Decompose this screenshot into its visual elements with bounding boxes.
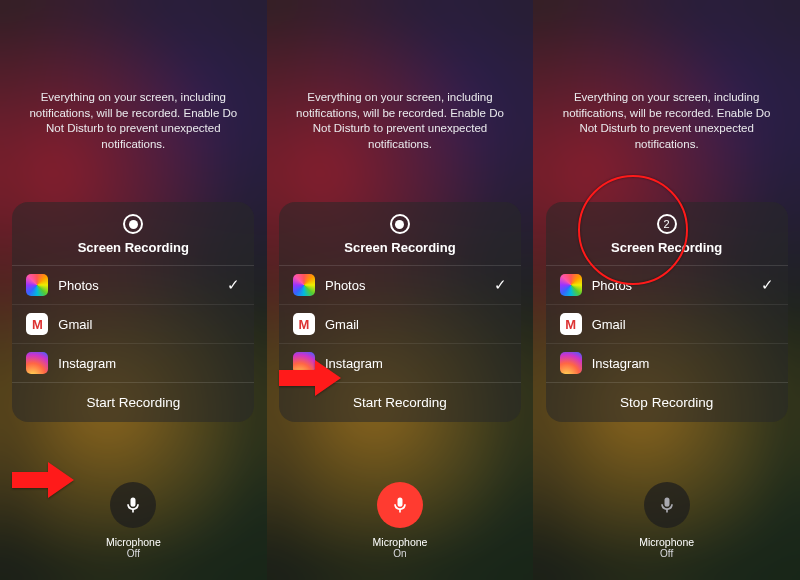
gmail-icon: M xyxy=(293,313,315,335)
microphone-button[interactable] xyxy=(110,482,156,528)
card-title: Screen Recording xyxy=(78,240,189,255)
microphone-state: Off xyxy=(660,548,673,559)
destination-label: Photos xyxy=(58,278,98,293)
microphone-control: Microphone Off xyxy=(639,482,694,559)
annotation-arrow xyxy=(12,462,74,498)
start-recording-button[interactable]: Start Recording xyxy=(12,382,254,422)
instagram-icon xyxy=(26,352,48,374)
panel-step-1: Everything on your screen, including not… xyxy=(0,0,267,580)
panel-step-2: Everything on your screen, including not… xyxy=(267,0,534,580)
annotation-arrow xyxy=(279,360,341,396)
card-title: Screen Recording xyxy=(344,240,455,255)
gmail-icon: M xyxy=(560,313,582,335)
microphone-button[interactable] xyxy=(377,482,423,528)
microphone-state: On xyxy=(393,548,406,559)
microphone-icon xyxy=(390,495,410,515)
microphone-control: Microphone Off xyxy=(106,482,161,559)
panel-step-3: Everything on your screen, including not… xyxy=(533,0,800,580)
instagram-icon xyxy=(560,352,582,374)
microphone-label: Microphone xyxy=(106,536,161,548)
photos-icon xyxy=(560,274,582,296)
microphone-label: Microphone xyxy=(639,536,694,548)
microphone-state: Off xyxy=(127,548,140,559)
stop-recording-button[interactable]: Stop Recording xyxy=(546,382,788,422)
destination-label: Photos xyxy=(325,278,365,293)
destination-photos[interactable]: Photos ✓ xyxy=(12,265,254,304)
destination-label: Gmail xyxy=(325,317,359,332)
record-icon xyxy=(123,214,143,234)
microphone-label: Microphone xyxy=(373,536,428,548)
instruction-text: Everything on your screen, including not… xyxy=(277,90,524,152)
microphone-control: Microphone On xyxy=(373,482,428,559)
destination-instagram[interactable]: Instagram xyxy=(12,343,254,382)
instruction-text: Everything on your screen, including not… xyxy=(10,90,257,152)
checkmark-icon: ✓ xyxy=(227,276,240,294)
destination-label: Instagram xyxy=(592,356,650,371)
destination-gmail[interactable]: M Gmail xyxy=(279,304,521,343)
destination-list: Photos ✓ M Gmail Instagram xyxy=(12,265,254,382)
instruction-text: Everything on your screen, including not… xyxy=(543,90,790,152)
microphone-icon xyxy=(123,495,143,515)
record-icon xyxy=(390,214,410,234)
destination-list: Photos ✓ M Gmail Instagram xyxy=(546,265,788,382)
annotation-circle xyxy=(578,175,688,285)
destination-label: Gmail xyxy=(592,317,626,332)
destination-instagram[interactable]: Instagram xyxy=(546,343,788,382)
destination-label: Gmail xyxy=(58,317,92,332)
photos-icon xyxy=(293,274,315,296)
microphone-button[interactable] xyxy=(644,482,690,528)
destination-gmail[interactable]: M Gmail xyxy=(546,304,788,343)
screen-recording-card: Screen Recording Photos ✓ M Gmail Instag… xyxy=(12,202,254,422)
card-header: Screen Recording xyxy=(344,202,455,265)
destination-gmail[interactable]: M Gmail xyxy=(12,304,254,343)
checkmark-icon: ✓ xyxy=(761,276,774,294)
gmail-icon: M xyxy=(26,313,48,335)
checkmark-icon: ✓ xyxy=(494,276,507,294)
destination-photos[interactable]: Photos ✓ xyxy=(279,265,521,304)
destination-label: Instagram xyxy=(58,356,116,371)
microphone-icon xyxy=(657,495,677,515)
photos-icon xyxy=(26,274,48,296)
card-header: Screen Recording xyxy=(78,202,189,265)
